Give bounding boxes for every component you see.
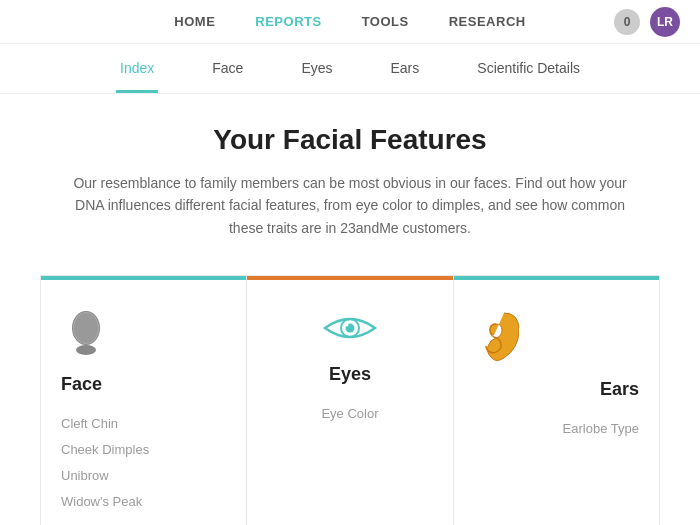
eyes-card[interactable]: Eyes Eye Color xyxy=(247,276,453,525)
face-icon xyxy=(61,308,226,358)
ears-item-1: Earlobe Type xyxy=(474,416,639,442)
face-card-top-border xyxy=(41,276,246,280)
nav-links: HOME REPORTS TOOLS RESEARCH xyxy=(174,14,525,29)
ear-icon xyxy=(474,308,639,363)
face-card-title: Face xyxy=(61,374,226,395)
face-item-1: Cleft Chin xyxy=(61,411,226,437)
eyes-card-items: Eye Color xyxy=(267,401,432,427)
ears-card-top-border xyxy=(454,276,659,280)
svg-point-1 xyxy=(76,345,96,355)
ears-card[interactable]: Ears Earlobe Type xyxy=(454,276,659,525)
page-description: Our resemblance to family members can be… xyxy=(70,172,630,239)
nav-home[interactable]: HOME xyxy=(174,14,215,29)
eyes-card-top-border xyxy=(247,276,452,280)
nav-research[interactable]: RESEARCH xyxy=(449,14,526,29)
face-card-items: Cleft Chin Cheek Dimples Unibrow Widow's… xyxy=(61,411,226,515)
sub-nav: Index Face Eyes Ears Scientific Details xyxy=(0,44,700,94)
ears-card-title: Ears xyxy=(474,379,639,400)
subnav-eyes[interactable]: Eyes xyxy=(297,44,336,93)
eyes-item-1: Eye Color xyxy=(267,401,432,427)
notification-badge[interactable]: 0 xyxy=(614,9,640,35)
ears-card-items: Earlobe Type xyxy=(474,416,639,442)
page-title: Your Facial Features xyxy=(40,124,660,156)
nav-reports[interactable]: REPORTS xyxy=(255,14,321,29)
cards-row: Face Cleft Chin Cheek Dimples Unibrow Wi… xyxy=(40,275,660,525)
svg-point-3 xyxy=(74,313,98,343)
top-nav: HOME REPORTS TOOLS RESEARCH 0 LR xyxy=(0,0,700,44)
nav-right: 0 LR xyxy=(614,7,680,37)
subnav-index[interactable]: Index xyxy=(116,44,158,93)
face-item-3: Unibrow xyxy=(61,463,226,489)
subnav-scientific-details[interactable]: Scientific Details xyxy=(473,44,584,93)
subnav-ears[interactable]: Ears xyxy=(387,44,424,93)
svg-point-6 xyxy=(345,324,348,327)
subnav-face[interactable]: Face xyxy=(208,44,247,93)
face-item-2: Cheek Dimples xyxy=(61,437,226,463)
face-card[interactable]: Face Cleft Chin Cheek Dimples Unibrow Wi… xyxy=(41,276,247,525)
nav-tools[interactable]: TOOLS xyxy=(362,14,409,29)
main-content: Your Facial Features Our resemblance to … xyxy=(0,94,700,525)
eyes-card-title: Eyes xyxy=(267,364,432,385)
avatar[interactable]: LR xyxy=(650,7,680,37)
face-item-4: Widow's Peak xyxy=(61,489,226,515)
eye-icon xyxy=(267,308,432,348)
